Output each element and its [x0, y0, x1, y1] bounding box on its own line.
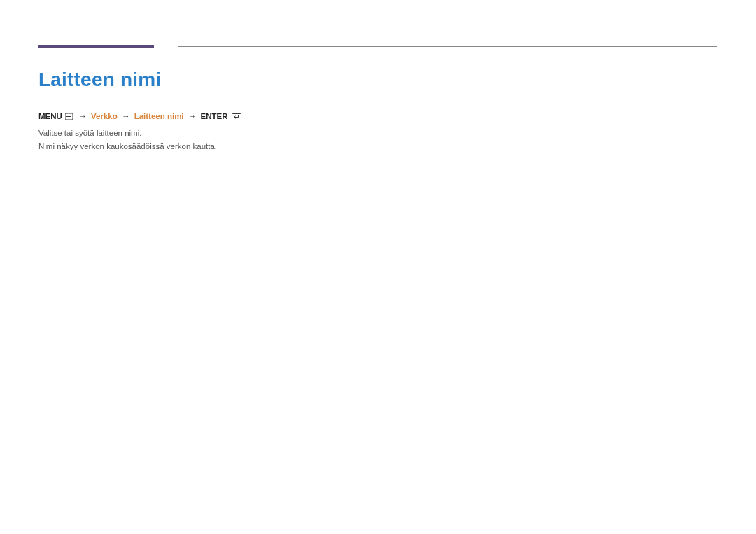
breadcrumb-enter-label: ENTER: [200, 112, 227, 120]
enter-icon: [232, 113, 241, 122]
svg-rect-4: [232, 114, 241, 120]
breadcrumb-laitteen-nimi: Laitteen nimi: [134, 112, 184, 120]
breadcrumb-arrow-2: →: [122, 112, 130, 120]
body-line-1: Valitse tai syötä laitteen nimi.: [38, 127, 718, 140]
breadcrumb-menu-label: MENU: [38, 112, 62, 120]
header-divider-line: [178, 46, 718, 47]
menu-icon: [65, 113, 73, 121]
breadcrumb: MENU → Verkko → Laitteen nimi → ENTER: [38, 112, 718, 122]
breadcrumb-arrow-3: →: [188, 112, 197, 120]
breadcrumb-verkko: Verkko: [91, 112, 118, 120]
header-accent-bar: [38, 45, 154, 48]
page-title: Laitteen nimi: [38, 69, 718, 91]
breadcrumb-arrow-1: →: [78, 112, 87, 120]
body-line-2: Nimi näkyy verkon kaukosäädöissä verkon …: [38, 140, 718, 153]
content-area: Laitteen nimi MENU → Verkko → Laitteen n…: [38, 69, 718, 153]
